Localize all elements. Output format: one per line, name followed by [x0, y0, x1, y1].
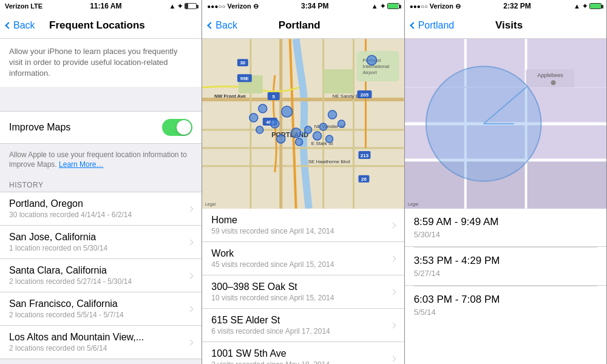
battery-3: [589, 3, 602, 9]
svg-point-43: [259, 104, 267, 113]
svg-point-46: [296, 138, 303, 146]
svg-point-44: [256, 126, 263, 133]
info-text-1: Allow your iPhone to learn places you fr…: [9, 46, 192, 79]
svg-point-36: [367, 55, 377, 65]
status-bar-2: ●●●○○ Verizon ⊖ 3:34 PM ▲ ✦: [202, 0, 404, 12]
info-section-1: Allow your iPhone to learn places you fr…: [0, 39, 202, 87]
improve-maps-toggle[interactable]: [162, 119, 192, 136]
back-button-1[interactable]: Back: [6, 20, 35, 31]
status-right-1: ▲ ✦: [169, 2, 197, 10]
visit-date-0: 5/30/14: [414, 230, 440, 239]
svg-point-62: [426, 66, 541, 181]
chevron-left-icon-1: [5, 22, 12, 29]
svg-text:Legal: Legal: [205, 202, 216, 207]
status-left-3: ●●●○○ Verizon ⊖: [410, 2, 461, 10]
list-item[interactable]: Santa Clara, California 2 locations reco…: [0, 259, 202, 292]
location-content-4: 1001 SW 5th Ave 3 visits recorded since …: [211, 348, 390, 364]
location-subtitle-3: 6 visits recorded since April 17, 2014: [211, 327, 390, 335]
battery-2: [387, 3, 399, 9]
list-item-title-2: Santa Clara, California: [9, 265, 188, 276]
list-item[interactable]: Home 59 visits recorded since April 14, …: [202, 209, 404, 242]
chevron-right-icon-0: [188, 206, 194, 212]
location-subtitle-1: 45 visits recorded since April 15, 2014: [211, 260, 390, 269]
back-button-2[interactable]: Back: [208, 20, 237, 31]
bluetooth-icon-3: ✦: [582, 2, 588, 10]
list-item[interactable]: San Jose, California 1 location recorded…: [0, 226, 202, 259]
location-content-2: 300–398 SE Oak St 10 visits recorded sin…: [211, 281, 390, 302]
nav-title-1: Frequent Locations: [49, 19, 145, 32]
navbar-1: Back Frequent Locations: [0, 12, 202, 39]
svg-point-40: [305, 126, 312, 133]
list-item-subtitle-3: 2 locations recorded 5/5/14 - 5/7/14: [9, 311, 188, 319]
improve-maps-toggle-section: Improve Maps: [0, 111, 202, 144]
portland-locations-list[interactable]: Home 59 visits recorded since April 14, …: [202, 209, 404, 364]
svg-point-42: [320, 123, 327, 130]
learn-more-link[interactable]: Learn More…: [59, 160, 103, 169]
signal-dots-3: ●●●○○: [410, 3, 428, 10]
visit-time-2: 6:03 PM - 7:08 PM: [414, 294, 500, 306]
svg-text:SE Hawthorne Blvd: SE Hawthorne Blvd: [308, 159, 350, 164]
gps-icon-1: ▲: [169, 2, 175, 10]
chevron-left-icon-3: [410, 22, 416, 29]
list-item[interactable]: 1001 SW 5th Ave 3 visits recorded since …: [202, 342, 404, 364]
location-title-0: Home: [211, 215, 390, 226]
signal-dots-2: ●●●○○: [207, 3, 225, 10]
svg-point-41: [313, 132, 322, 140]
list-item[interactable]: Portland, Oregon 30 locations recorded 4…: [0, 192, 202, 226]
back-button-3[interactable]: Portland: [411, 20, 455, 31]
location-title-2: 300–398 SE Oak St: [211, 281, 390, 292]
history-list: Portland, Oregon 30 locations recorded 4…: [0, 192, 202, 359]
svg-point-61: [551, 80, 555, 85]
chevron-right-icon-1: [188, 239, 194, 245]
visits-list[interactable]: 8:59 AM - 9:49 AM 5/30/14 3:53 PM - 4:29…: [405, 209, 606, 364]
wifi-icon-3: ⊖: [455, 2, 461, 10]
time-1: 11:16 AM: [90, 2, 121, 10]
svg-text:5: 5: [273, 94, 276, 99]
svg-text:International: International: [363, 64, 390, 69]
list-item-content-0: Portland, Oregon 30 locations recorded 4…: [9, 198, 188, 219]
location-content-1: Work 45 visits recorded since April 15, …: [211, 248, 390, 269]
chevron-right-p2-2: [390, 289, 396, 295]
location-title-1: Work: [211, 248, 390, 259]
status-left-1: Verizon LTE: [5, 2, 42, 10]
list-item[interactable]: 615 SE Alder St 6 visits recorded since …: [202, 309, 404, 342]
portland-map[interactable]: Portland International Airport NW Front …: [202, 39, 404, 209]
chevron-right-icon-2: [188, 272, 194, 278]
list-item-title-0: Portland, Oregon: [9, 198, 188, 209]
panel1-scroll[interactable]: Allow your iPhone to learn places you fr…: [0, 39, 202, 364]
map-svg-2: Portland International Airport NW Front …: [202, 39, 404, 209]
carrier-3: Verizon: [430, 2, 453, 10]
status-bar-1: Verizon LTE 11:16 AM ▲ ✦: [0, 0, 202, 12]
gps-icon-3: ▲: [574, 2, 580, 10]
back-label-3: Portland: [418, 20, 455, 31]
navbar-2: Back Portland: [202, 12, 404, 39]
chevron-right-icon-3: [188, 306, 194, 312]
list-item[interactable]: Los Altos and Mountain View,... 2 locati…: [0, 326, 202, 359]
visit-time-0: 8:59 AM - 9:49 AM: [414, 216, 499, 228]
battery-1: [185, 3, 197, 9]
location-title-3: 615 SE Alder St: [211, 315, 390, 326]
list-item-subtitle-1: 1 location recorded on 5/30/14: [9, 244, 188, 252]
list-item-content-1: San Jose, California 1 location recorded…: [9, 232, 188, 252]
status-left-2: ●●●○○ Verizon ⊖: [207, 2, 258, 10]
list-item[interactable]: 300–398 SE Oak St 10 visits recorded sin…: [202, 275, 404, 309]
toggle-label-1: Improve Maps: [9, 122, 70, 133]
chevron-right-p2-1: [390, 255, 396, 261]
list-item: 6:03 PM - 7:08 PM 5/5/14: [405, 286, 606, 324]
list-item[interactable]: Work 45 visits recorded since April 15, …: [202, 242, 404, 275]
carrier-1: Verizon: [5, 2, 29, 10]
visit-time-1: 3:53 PM - 4:29 PM: [414, 255, 500, 267]
svg-text:99E: 99E: [240, 76, 249, 81]
wifi-icon-2: ⊖: [253, 2, 259, 10]
svg-point-47: [326, 135, 333, 143]
svg-text:213: 213: [361, 153, 369, 158]
list-item: 8:59 AM - 9:49 AM 5/30/14: [405, 209, 606, 247]
map-svg-3: Applebees Legal: [405, 39, 606, 209]
status-right-3: ▲ ✦: [574, 2, 602, 10]
chevron-left-icon-2: [208, 22, 214, 29]
list-item[interactable]: San Francisco, California 2 locations re…: [0, 292, 202, 326]
svg-point-49: [338, 120, 345, 127]
visits-map[interactable]: Applebees Legal: [405, 39, 606, 209]
network-1: LTE: [30, 2, 42, 10]
list-item-title-4: Los Altos and Mountain View,...: [9, 332, 188, 343]
